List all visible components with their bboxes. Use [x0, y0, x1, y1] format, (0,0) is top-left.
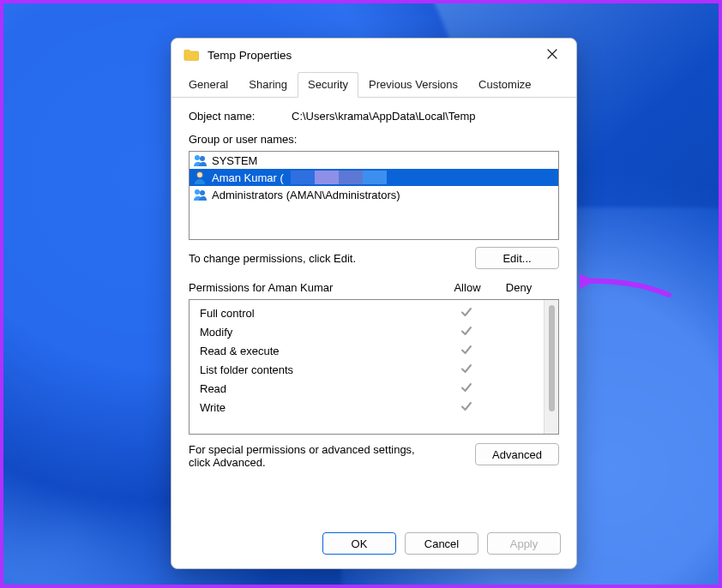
- tab-previous-versions[interactable]: Previous Versions: [358, 72, 468, 98]
- folder-icon: [184, 49, 199, 61]
- permission-name: List folder contents: [200, 363, 441, 376]
- apply-button[interactable]: Apply: [487, 532, 561, 555]
- permission-row[interactable]: Modify: [200, 322, 544, 341]
- tab-security[interactable]: Security: [298, 72, 358, 98]
- edit-button[interactable]: Edit...: [475, 247, 559, 269]
- object-name-value: C:\Users\krama\AppData\Local\Temp: [292, 110, 476, 123]
- close-button[interactable]: [533, 42, 571, 68]
- tab-customize[interactable]: Customize: [468, 72, 541, 98]
- checkmark-icon: [460, 364, 472, 377]
- permission-name: Read & execute: [200, 345, 441, 357]
- titlebar: Temp Properties: [171, 39, 576, 71]
- permission-row[interactable]: Read & execute: [200, 341, 544, 360]
- permissions-for-label: Permissions for Aman Kumar: [189, 281, 442, 294]
- allow-cell: [441, 325, 492, 339]
- allow-cell: [441, 363, 492, 377]
- checkmark-icon: [460, 308, 472, 321]
- checkmark-icon: [460, 383, 472, 396]
- change-permissions-hint: To change permissions, click Edit.: [189, 252, 356, 265]
- checkmark-icon: [460, 402, 472, 415]
- svg-point-0: [195, 155, 200, 160]
- close-icon: [547, 49, 557, 62]
- permission-row[interactable]: Write: [200, 398, 544, 417]
- principal-system[interactable]: SYSTEM: [190, 152, 558, 169]
- permission-name: Modify: [200, 326, 441, 339]
- svg-point-1: [200, 156, 205, 161]
- svg-point-3: [195, 189, 200, 195]
- permission-name: Read: [200, 382, 441, 395]
- allow-cell: [441, 400, 492, 415]
- group-icon: [193, 188, 207, 201]
- principals-listbox[interactable]: SYSTEM Aman Kumar ( Administrators (AMAN…: [189, 151, 559, 240]
- permission-name: Write: [200, 401, 441, 414]
- scrollbar-thumb[interactable]: [549, 305, 555, 411]
- checkmark-icon: [460, 345, 472, 358]
- group-user-names-label: Group or user names:: [189, 133, 559, 146]
- allow-cell: [441, 306, 492, 321]
- principal-label: SYSTEM: [212, 154, 257, 167]
- allow-cell: [441, 344, 492, 358]
- principal-label: Administrators (AMAN\Administrators): [212, 189, 400, 201]
- principal-administrators[interactable]: Administrators (AMAN\Administrators): [190, 186, 558, 203]
- dialog-title: Temp Properties: [208, 49, 292, 62]
- tab-sharing[interactable]: Sharing: [238, 72, 298, 98]
- principal-aman-kumar[interactable]: Aman Kumar (: [190, 169, 558, 186]
- user-icon: [193, 171, 207, 184]
- properties-dialog: Temp Properties General Sharing Security…: [171, 38, 577, 569]
- scrollbar[interactable]: [544, 300, 558, 434]
- dialog-footer: OK Cancel Apply: [171, 522, 576, 568]
- permissions-listbox[interactable]: Full controlModifyRead & executeList fol…: [189, 299, 559, 435]
- advanced-hint: For special permissions or advanced sett…: [189, 443, 437, 469]
- allow-column-header: Allow: [442, 281, 493, 294]
- checkmark-icon: [460, 327, 472, 339]
- svg-point-2: [197, 172, 202, 177]
- tab-content: Object name: C:\Users\krama\AppData\Loca…: [171, 98, 576, 522]
- principal-label: Aman Kumar (: [212, 171, 284, 184]
- group-icon: [193, 153, 207, 167]
- svg-point-4: [200, 190, 205, 195]
- redacted-segment: [291, 171, 387, 184]
- allow-cell: [441, 381, 492, 396]
- permission-row[interactable]: List folder contents: [200, 360, 544, 379]
- tab-general[interactable]: General: [178, 72, 238, 98]
- permission-name: Full control: [200, 307, 441, 320]
- cancel-button[interactable]: Cancel: [405, 532, 478, 555]
- annotation-arrow-icon: [580, 274, 674, 308]
- tab-strip: General Sharing Security Previous Versio…: [171, 71, 576, 98]
- deny-column-header: Deny: [493, 281, 545, 294]
- advanced-button[interactable]: Advanced: [475, 443, 559, 465]
- permission-row[interactable]: Read: [200, 379, 544, 398]
- ok-button[interactable]: OK: [322, 532, 396, 555]
- permission-row[interactable]: Full control: [200, 303, 544, 322]
- object-name-label: Object name:: [189, 110, 292, 123]
